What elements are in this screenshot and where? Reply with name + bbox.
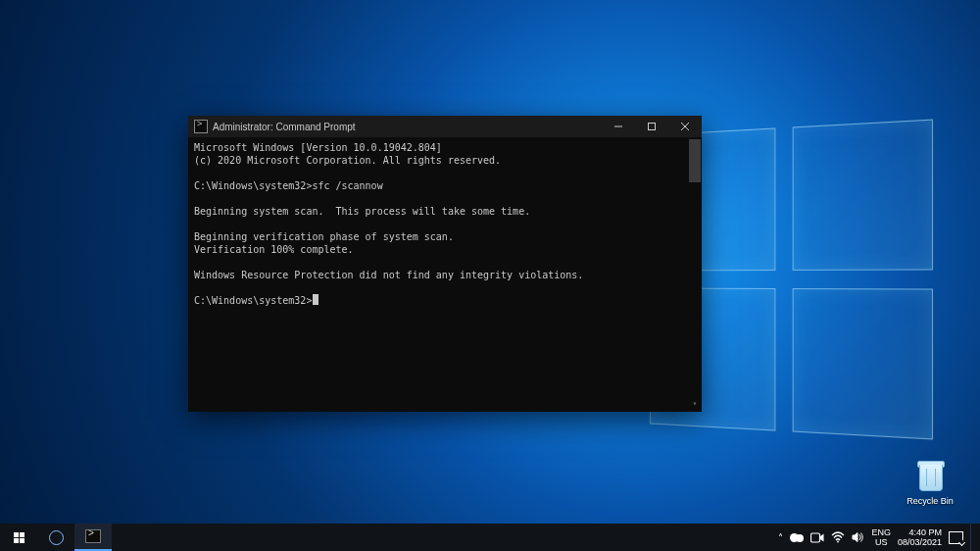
prompt: C:\Windows\system32> (194, 295, 312, 306)
window-title: Administrator: Command Prompt (213, 122, 356, 132)
maximize-button[interactable] (635, 116, 668, 137)
date: 08/03/2021 (898, 537, 942, 547)
cortana-button[interactable] (37, 524, 74, 551)
cmd-icon (194, 120, 208, 133)
chevron-up-icon: ˄ (778, 532, 783, 543)
close-button[interactable] (668, 116, 702, 137)
onedrive-icon (790, 533, 804, 542)
svg-rect-1 (649, 124, 656, 130)
svg-point-5 (838, 541, 840, 543)
svg-rect-4 (811, 533, 820, 542)
cmd-icon (85, 529, 101, 543)
recycle-bin-label: Recycle Bin (905, 495, 956, 507)
trash-icon (913, 459, 947, 492)
lang-secondary: US (871, 537, 891, 547)
time: 4:40 PM (898, 527, 942, 537)
cursor (313, 294, 318, 305)
start-button[interactable] (0, 524, 37, 551)
tray-volume[interactable] (852, 524, 864, 551)
show-desktop-button[interactable] (970, 524, 976, 551)
minimize-button[interactable] (602, 116, 635, 137)
tray-meetnow[interactable] (810, 524, 824, 551)
clock[interactable]: 4:40 PM 08/03/2021 (898, 524, 942, 551)
recycle-bin-icon[interactable]: Recycle Bin (900, 459, 960, 507)
lang-primary: ENG (871, 527, 891, 537)
notification-icon (949, 531, 963, 544)
windows-icon (14, 532, 24, 543)
meet-now-icon (810, 532, 824, 543)
command-prompt-window[interactable]: Administrator: Command Prompt Microsoft … (188, 116, 702, 412)
language-indicator[interactable]: ENG US (871, 524, 891, 551)
wifi-icon (831, 531, 845, 543)
volume-icon (852, 531, 864, 543)
cortana-icon (49, 530, 64, 545)
action-center-button[interactable] (949, 524, 963, 551)
terminal-output[interactable]: Microsoft Windows [Version 10.0.19042.80… (188, 137, 702, 412)
tray-onedrive[interactable] (790, 524, 804, 551)
titlebar[interactable]: Administrator: Command Prompt (188, 116, 702, 137)
taskbar[interactable]: ˄ ENG US 4:40 PM 08/03/2021 (0, 524, 980, 551)
tray-overflow[interactable]: ˄ (778, 524, 783, 551)
desktop[interactable]: Recycle Bin Administrator: Command Promp… (0, 0, 980, 551)
scrollbar-thumb[interactable] (689, 139, 701, 182)
task-cmd[interactable] (74, 524, 112, 551)
chevron-down-icon[interactable]: ▾ (689, 398, 701, 410)
tray-network[interactable] (831, 524, 845, 551)
scrollbar[interactable]: ▾ (689, 139, 701, 410)
